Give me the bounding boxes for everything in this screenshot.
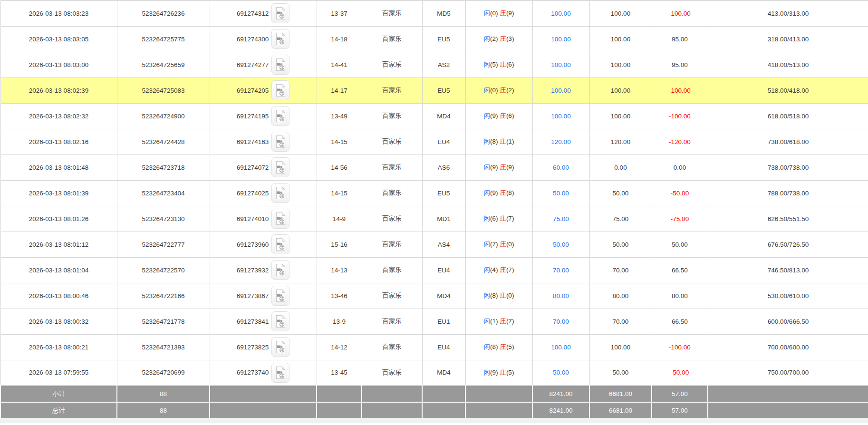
total-empty-balance: [708, 402, 868, 419]
bet-time: 2026-03-13 07:59:55: [0, 360, 117, 386]
player-label: 闲: [484, 369, 491, 376]
subtotal-empty-result: [465, 386, 532, 402]
table-row[interactable]: 2026-03-13 08:03:05 523264725775 6912743…: [0, 26, 868, 52]
table-row[interactable]: 2026-03-13 08:01:04 523264722570 6912739…: [0, 257, 868, 283]
round-cell: 691273825: [210, 334, 317, 360]
valid-amount: 75.00: [589, 206, 652, 232]
banker-label: 庄: [500, 369, 506, 376]
round-cell: 691274010: [210, 206, 317, 232]
round-id: 691274072: [237, 164, 269, 171]
player-count: (9): [490, 369, 498, 376]
table-round: 14-9: [317, 206, 362, 232]
winloss-amount: 95.00: [652, 52, 708, 77]
bet-time: 2026-03-13 08:02:16: [0, 129, 117, 155]
page-bottom-strip: [0, 419, 868, 423]
table-row[interactable]: 2026-03-13 08:03:00 523264725659 6912742…: [0, 52, 868, 77]
table-row[interactable]: 2026-03-13 07:59:55 523264720699 6912737…: [0, 360, 868, 386]
table-row[interactable]: 2026-03-13 08:03:23 523264726236 6912743…: [0, 0, 868, 26]
video-record-icon[interactable]: [271, 260, 289, 280]
winloss-amount: 66.50: [652, 309, 708, 334]
banker-count: (5): [506, 343, 514, 350]
bet-amount[interactable]: 50.00: [532, 232, 589, 257]
bet-time: 2026-03-13 08:03:23: [0, 0, 117, 26]
round-cell: 691273932: [210, 257, 317, 283]
table-row[interactable]: 2026-03-13 08:02:16 523264724428 6912741…: [0, 129, 868, 155]
bet-amount[interactable]: 60.00: [532, 155, 589, 180]
table-code: MD4: [422, 360, 465, 386]
video-record-icon[interactable]: [271, 363, 289, 383]
table-row[interactable]: 2026-03-13 08:01:39 523264723404 6912740…: [0, 180, 868, 206]
subtotal-valid-amount: 6681.00: [589, 386, 652, 402]
total-empty-tablecode: [422, 402, 465, 419]
game-type: 百家乐: [362, 129, 422, 155]
balance-before-after: 746.50/813.00: [708, 257, 868, 283]
bet-amount[interactable]: 100.00: [532, 0, 589, 26]
balance-before-after: 738.00/618.00: [708, 129, 868, 155]
bet-id: 523264721778: [117, 309, 210, 334]
video-record-icon[interactable]: [271, 157, 289, 177]
bet-amount[interactable]: 100.00: [532, 334, 589, 360]
bet-amount[interactable]: 100.00: [532, 103, 589, 129]
bet-id: 523264723404: [117, 180, 210, 206]
bet-amount[interactable]: 100.00: [532, 26, 589, 52]
bet-time: 2026-03-13 08:01:26: [0, 206, 117, 232]
banker-count: (7): [506, 318, 514, 325]
table-row[interactable]: 2026-03-13 08:01:26 523264723130 6912740…: [0, 206, 868, 232]
player-count: (0): [490, 10, 498, 17]
table-round: 13-46: [317, 283, 362, 309]
game-result: 闲(9) 庄(8): [465, 180, 532, 206]
winloss-amount: 95.00: [652, 26, 708, 52]
total-empty-game: [362, 402, 422, 419]
bet-amount[interactable]: 70.00: [532, 257, 589, 283]
video-record-icon[interactable]: [271, 3, 289, 23]
table-code: AS4: [422, 232, 465, 257]
video-record-icon[interactable]: [271, 234, 289, 254]
bet-amount[interactable]: 100.00: [532, 52, 589, 77]
bet-amount[interactable]: 50.00: [532, 360, 589, 386]
valid-amount: 100.00: [589, 26, 652, 52]
game-type: 百家乐: [362, 77, 422, 103]
game-type: 百家乐: [362, 52, 422, 77]
table-row[interactable]: 2026-03-13 08:00:32 523264721778 6912738…: [0, 309, 868, 334]
table-row[interactable]: 2026-03-13 08:02:32 523264724900 6912741…: [0, 103, 868, 129]
bet-amount[interactable]: 120.00: [532, 129, 589, 155]
table-row[interactable]: 2026-03-13 08:00:21 523264721393 6912738…: [0, 334, 868, 360]
bet-amount[interactable]: 70.00: [532, 309, 589, 334]
player-count: (9): [490, 164, 498, 171]
total-empty-result: [465, 402, 532, 419]
video-record-icon[interactable]: [271, 183, 289, 203]
video-record-icon[interactable]: [271, 337, 289, 357]
bet-records-table: 2026-03-13 08:03:23 523264726236 6912743…: [0, 0, 868, 419]
table-code: MD4: [422, 283, 465, 309]
video-record-icon[interactable]: [271, 29, 289, 49]
round-cell: 691274312: [210, 0, 317, 26]
bet-amount[interactable]: 50.00: [532, 180, 589, 206]
subtotal-count: 88: [117, 386, 210, 402]
bet-amount[interactable]: 100.00: [532, 77, 589, 103]
table-code: EU1: [422, 309, 465, 334]
video-record-icon[interactable]: [271, 286, 289, 306]
video-record-icon[interactable]: [271, 106, 289, 126]
video-record-icon[interactable]: [271, 311, 289, 331]
banker-count: (6): [506, 112, 514, 119]
table-row[interactable]: 2026-03-13 08:01:12 523264722777 6912739…: [0, 232, 868, 257]
game-type: 百家乐: [362, 103, 422, 129]
bet-amount[interactable]: 75.00: [532, 206, 589, 232]
round-cell: 691273960: [210, 232, 317, 257]
bet-amount[interactable]: 80.00: [532, 283, 589, 309]
subtotal-empty-tableround: [317, 386, 362, 402]
video-record-icon[interactable]: [271, 209, 289, 229]
player-label: 闲: [484, 266, 491, 273]
video-record-icon[interactable]: [271, 132, 289, 152]
table-row[interactable]: 2026-03-13 08:02:39 523264725083 6912742…: [0, 77, 868, 103]
table-row[interactable]: 2026-03-13 08:01:48 523264723718 6912740…: [0, 155, 868, 180]
video-record-icon[interactable]: [271, 55, 289, 75]
game-result: 闲(2) 庄(3): [465, 26, 532, 52]
banker-label: 庄: [500, 138, 506, 145]
player-label: 闲: [484, 61, 491, 68]
table-row[interactable]: 2026-03-13 08:00:46 523264722166 6912738…: [0, 283, 868, 309]
balance-before-after: 626.50/551.50: [708, 206, 868, 232]
table-round: 13-9: [317, 309, 362, 334]
video-record-icon[interactable]: [271, 80, 289, 100]
subtotal-empty-balance: [708, 386, 868, 402]
